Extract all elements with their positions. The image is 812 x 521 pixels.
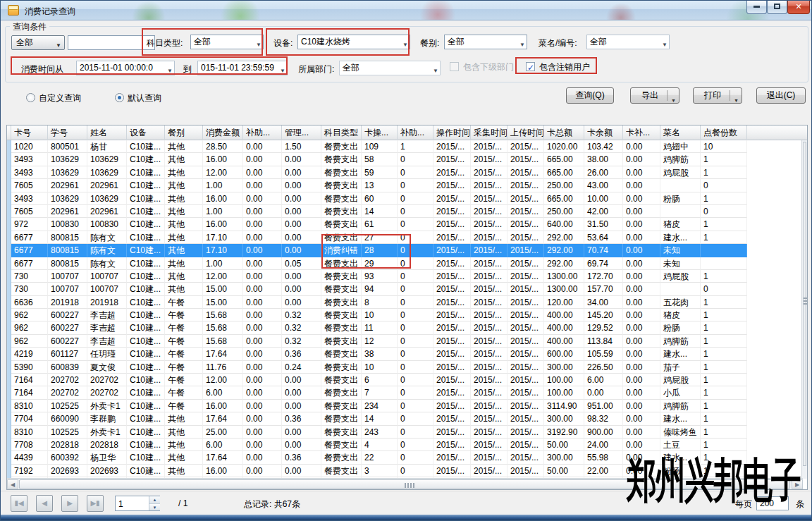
table-cell: 0 bbox=[398, 166, 433, 179]
table-cell: 0.00 bbox=[623, 244, 660, 257]
table-row[interactable]: 3493103629103629C10建...其他12.000.000.00餐费… bbox=[7, 166, 808, 179]
column-header[interactable]: 卡总额 bbox=[544, 125, 584, 140]
table-row[interactable]: 5390600839夏文俊C10建...午餐11.760.000.24餐费支出1… bbox=[7, 361, 808, 374]
per-page-input[interactable]: 200 bbox=[756, 496, 789, 510]
subject-type-dropdown[interactable]: 全部 ▼ bbox=[190, 35, 264, 49]
table-row[interactable]: 7704660090李群鹏C10建...其他17.640.000.36餐费支出1… bbox=[7, 412, 808, 425]
minimize-button[interactable] bbox=[746, 1, 767, 14]
default-query-radio[interactable] bbox=[115, 93, 124, 102]
table-cell: 2015/... bbox=[508, 426, 544, 439]
table-cell: 0.32 bbox=[282, 335, 321, 348]
table-row[interactable]: 972100830100830C10建...其他16.000.000.00餐费支… bbox=[7, 218, 808, 231]
table-row[interactable]: 7164202702202702C10建...午餐6.000.000.00餐费支… bbox=[7, 386, 808, 399]
last-page-button[interactable]: ▶▮ bbox=[87, 495, 104, 512]
table-row[interactable]: 730100707100707C10建...其他15.000.000.00餐费支… bbox=[7, 283, 808, 295]
time-to-dropdown[interactable]: 015-11-01 23:59:59 ▼ bbox=[197, 61, 288, 75]
column-header[interactable]: 学号 bbox=[48, 125, 87, 140]
dish-dropdown[interactable]: 全部 ▼ bbox=[586, 35, 670, 49]
table-row[interactable]: 7192202693202693C10建...其他16.000.000.00餐费… bbox=[7, 465, 808, 477]
column-header[interactable]: 设备 bbox=[127, 125, 165, 140]
card-no-input[interactable] bbox=[68, 35, 155, 50]
export-button[interactable]: 导出 ▼ bbox=[630, 87, 679, 104]
column-header[interactable]: 操作时间 bbox=[433, 125, 471, 140]
table-cell: 1 bbox=[701, 386, 747, 399]
exit-button[interactable]: 退出(C) bbox=[756, 87, 806, 104]
table-row[interactable]: 962600227李吉超C10建...午餐15.680.000.32餐费支出10… bbox=[7, 309, 808, 321]
table-cell: 0.36 bbox=[282, 451, 321, 464]
table-cell: C10建... bbox=[127, 140, 165, 153]
table-row[interactable]: 4219601127任玥瑾C10建...午餐17.640.000.36餐费支出3… bbox=[7, 348, 808, 360]
card-type-dropdown[interactable]: 全部 ▼ bbox=[11, 35, 65, 50]
include-cancelled-checkbox[interactable]: ✓ bbox=[526, 62, 535, 71]
page-number-input[interactable]: 1 ▲ ▼ bbox=[115, 496, 160, 511]
column-header[interactable]: 点餐份数 bbox=[701, 125, 747, 140]
meal-dropdown[interactable]: 全部 ▼ bbox=[444, 35, 527, 49]
scroll-right-icon[interactable]: ▶ bbox=[792, 479, 803, 489]
table-row[interactable]: 730100707100707C10建...其他12.000.000.00餐费支… bbox=[7, 270, 808, 283]
query-button[interactable]: 查询(Q) bbox=[566, 87, 614, 104]
table-row[interactable]: 1020800501杨甘C10建...其他28.500.001.50餐费支出10… bbox=[7, 140, 808, 153]
table-cell: 外卖卡1 bbox=[87, 400, 127, 412]
table-row[interactable]: 4439600392杨卫华C10建...其他17.640.000.36餐费支出2… bbox=[7, 451, 808, 464]
column-header[interactable]: 科目类型 bbox=[321, 125, 362, 140]
close-button[interactable]: ✕ bbox=[787, 1, 810, 14]
print-button[interactable]: 打印 ▼ bbox=[693, 87, 742, 104]
table-row[interactable]: 8310102525外卖卡1C10建...其他25.000.000.00餐费支出… bbox=[7, 426, 808, 439]
table-cell: 建水... bbox=[660, 231, 701, 244]
table-row[interactable]: 7164202702202702C10建...午餐12.000.000.00餐费… bbox=[7, 374, 808, 386]
table-cell: 2015/... bbox=[471, 205, 508, 218]
column-header[interactable]: 补助... bbox=[243, 125, 282, 140]
time-from-dropdown[interactable]: 2015-11-01 00:00:0 ▼ bbox=[76, 61, 175, 75]
column-header[interactable]: 卡号 bbox=[11, 125, 48, 140]
table-row[interactable]: 3493103629103629C10建...其他16.000.000.00餐费… bbox=[7, 153, 808, 166]
table-row[interactable]: 6636201918201918C10建...午餐15.000.000.00餐费… bbox=[7, 296, 808, 309]
table-row[interactable]: 6677800815陈有文C10建...其他1.000.000.05餐费支出29… bbox=[7, 257, 808, 270]
column-header[interactable]: 菜名 bbox=[660, 125, 701, 140]
scroll-left-icon[interactable]: ◀ bbox=[7, 479, 18, 489]
column-header[interactable]: 卡补... bbox=[623, 125, 660, 140]
table-cell: 其他 bbox=[165, 257, 203, 270]
table-cell: 17.64 bbox=[203, 451, 243, 464]
table-row[interactable]: 6677800815陈有文C10建...其他17.100.000.00餐费支出2… bbox=[7, 231, 808, 244]
next-page-button[interactable]: ▶ bbox=[61, 495, 78, 512]
table-cell: 李吉超 bbox=[87, 309, 127, 321]
prev-page-button[interactable]: ◀ bbox=[36, 495, 53, 512]
column-header[interactable]: 管理... bbox=[282, 125, 321, 140]
table-cell: 730 bbox=[11, 270, 48, 283]
column-header[interactable]: 采集时间 bbox=[471, 125, 508, 140]
chevron-down-icon[interactable]: ▼ bbox=[734, 93, 739, 108]
vertical-scrollbar[interactable] bbox=[801, 140, 807, 479]
table-row[interactable]: 962600227李吉超C10建...午餐15.680.000.32餐费支出12… bbox=[7, 335, 808, 348]
table-row[interactable]: 6677800815陈有文C10建...其他17.100.000.00消费纠错2… bbox=[7, 244, 808, 257]
horizontal-scroll-thumb[interactable] bbox=[19, 479, 790, 489]
table-cell: 2015/... bbox=[433, 231, 471, 244]
vertical-scroll-thumb[interactable] bbox=[803, 142, 806, 466]
table-cell: 800815 bbox=[48, 244, 87, 257]
horizontal-scrollbar[interactable]: ◀ ▶ bbox=[7, 478, 803, 489]
column-header[interactable]: 餐别 bbox=[165, 125, 203, 140]
table-row[interactable]: 7605202961202961C10建...其他1.000.000.00餐费支… bbox=[7, 179, 808, 192]
column-header[interactable]: 上传时间 bbox=[508, 125, 544, 140]
table-cell: 600839 bbox=[48, 361, 87, 374]
column-header[interactable]: 姓名 bbox=[87, 125, 127, 140]
table-row[interactable]: 3493103629103629C10建...其他16.000.000.00餐费… bbox=[7, 192, 808, 205]
department-dropdown[interactable]: 全部 ▼ bbox=[339, 61, 441, 75]
device-dropdown[interactable]: C10建水烧烤 ▼ bbox=[297, 35, 410, 49]
spin-up-icon[interactable]: ▲ bbox=[149, 496, 160, 503]
column-header[interactable]: 消费金额 bbox=[203, 125, 243, 140]
title-bar[interactable]: 消费记录查询 ✕ bbox=[1, 1, 812, 20]
column-header[interactable]: 卡余额 bbox=[584, 125, 623, 140]
table-cell: 消费纠错 bbox=[321, 244, 362, 257]
custom-query-radio[interactable] bbox=[26, 93, 35, 102]
include-sub-dept-checkbox[interactable] bbox=[450, 62, 459, 71]
first-page-button[interactable]: ▮◀ bbox=[11, 495, 27, 512]
table-row[interactable]: 7708202818202818C10建...其他6.000.000.00餐费支… bbox=[7, 439, 808, 451]
table-row[interactable]: 8310102525外卖卡1C10建...午餐16.000.000.00餐费支出… bbox=[7, 400, 808, 412]
spin-down-icon[interactable]: ▼ bbox=[149, 503, 160, 510]
chevron-down-icon[interactable]: ▼ bbox=[671, 93, 676, 108]
table-row[interactable]: 962600227李吉超C10建...午餐15.680.000.32餐费支出11… bbox=[7, 321, 808, 334]
column-header[interactable]: 卡操... bbox=[362, 125, 398, 140]
column-header[interactable]: 补助... bbox=[398, 125, 433, 140]
maximize-button[interactable] bbox=[767, 1, 787, 14]
table-row[interactable]: 7605202961202961C10建...其他1.000.000.00餐费支… bbox=[7, 205, 808, 218]
